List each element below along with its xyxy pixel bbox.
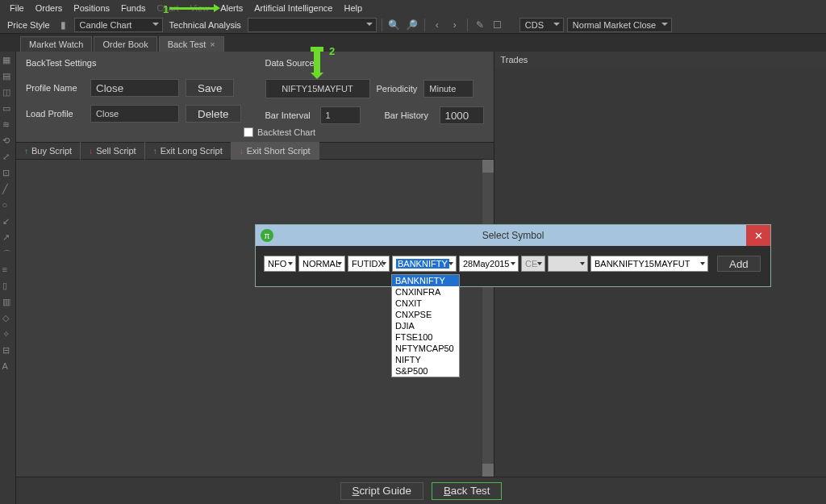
scroll-up-button[interactable] (482, 160, 494, 173)
profile-name-input[interactable] (90, 79, 179, 97)
periodicity-label: Periodicity (377, 84, 418, 94)
settings-col1: BackTest Settings Profile Name Save Load… (26, 58, 241, 124)
tab-back-test[interactable]: Back Test× (159, 36, 224, 52)
add-button[interactable]: Add (717, 256, 761, 272)
ta-label: Technical Analysis (166, 20, 244, 30)
tool-icon[interactable]: ▯ (2, 281, 14, 292)
dropdown-option[interactable]: DJIA (392, 320, 459, 331)
tool-icon[interactable]: ▤ (2, 71, 14, 82)
candle-icon[interactable]: ▮ (56, 18, 71, 32)
tool-icon[interactable]: ▦ (2, 55, 14, 66)
menu-ai[interactable]: Artificial Intelligence (248, 3, 338, 13)
script-tabs: ↑Buy Script ↓Sell Script ↑Exit Long Scri… (16, 142, 494, 160)
backtest-chart-label: Backtest Chart (257, 127, 315, 137)
annotation-2: 2 (329, 45, 335, 57)
datasource-heading: Data Source (265, 58, 484, 68)
scroll-down-button[interactable] (482, 464, 494, 477)
annotation-arrow-2 (314, 50, 320, 73)
sell-script-tab[interactable]: ↓Sell Script (81, 142, 145, 160)
tool-icon[interactable]: ⌒ (2, 248, 14, 260)
menu-positions[interactable]: Positions (68, 3, 115, 13)
dialog-close-button[interactable]: ✕ (746, 225, 770, 246)
select-symbol-dialog: π Select Symbol ✕ NFO NORMAL FUTIDX BANK… (255, 224, 771, 287)
segment-select[interactable]: NORMAL (298, 256, 345, 272)
tool-icon[interactable]: ↙ (2, 216, 14, 227)
dropdown-option[interactable]: NFTYMCAP50 (392, 343, 459, 354)
crosshair-icon[interactable]: ☐ (490, 18, 505, 32)
tool-icon[interactable]: ⊡ (2, 168, 14, 179)
dialog-titlebar[interactable]: π Select Symbol ✕ (256, 225, 770, 246)
tool-icon[interactable]: ○ (2, 200, 14, 211)
tool-icon[interactable]: ≋ (2, 119, 14, 131)
script-guide-button[interactable]: Script Guide (340, 482, 423, 500)
edit-icon[interactable]: ✎ (473, 18, 487, 32)
scrollbar-track[interactable] (482, 160, 494, 477)
symbol-dropdown-list[interactable]: BANKNIFTY CNXINFRA CNXIT CNXPSE DJIA FTS… (391, 274, 460, 377)
dropdown-option[interactable]: FTSE100 (392, 331, 459, 343)
menu-funds[interactable]: Funds (115, 3, 152, 13)
ta-select[interactable] (248, 18, 377, 32)
tool-icon[interactable]: ⊟ (2, 345, 14, 356)
separator (424, 19, 425, 31)
nav-left-icon[interactable]: ‹ (430, 18, 444, 32)
dropdown-option[interactable]: CNXPSE (392, 309, 459, 320)
delete-button[interactable]: Delete (186, 105, 241, 123)
periodicity-select[interactable]: Minute (423, 80, 473, 98)
instrument-select[interactable]: FUTIDX (348, 256, 390, 272)
load-profile-select[interactable]: Close (90, 105, 179, 123)
option-type-select[interactable]: CE (521, 256, 545, 272)
dropdown-option[interactable]: CNXINFRA (392, 286, 459, 298)
price-style-label: Price Style (4, 20, 53, 30)
dialog-body: NFO NORMAL FUTIDX BANKNIFTY 28May2015 CE… (256, 246, 770, 286)
strike-select[interactable] (548, 256, 588, 272)
exit-long-tab[interactable]: ↑Exit Long Script (145, 142, 232, 160)
dropdown-option[interactable]: S&P500 (392, 365, 459, 377)
dropdown-option[interactable]: NIFTY (392, 354, 459, 365)
backtest-settings: BackTest Settings Profile Name Save Load… (16, 52, 494, 129)
dropdown-option[interactable]: BANKNIFTY (392, 275, 459, 286)
menu-help[interactable]: Help (338, 3, 368, 13)
bar-history-input[interactable] (440, 106, 484, 124)
tool-icon[interactable]: ⟲ (2, 135, 14, 147)
buy-script-tab[interactable]: ↑Buy Script (16, 142, 81, 160)
tool-icon[interactable]: ◇ (2, 313, 14, 324)
tool-icon[interactable]: ⤢ (2, 152, 14, 163)
tab-market-watch[interactable]: Market Watch (20, 36, 92, 52)
tool-icon[interactable]: A (2, 361, 14, 373)
market-status-select[interactable]: Normal Market Close (567, 18, 672, 32)
left-toolbar: ▦ ▤ ◫ ▭ ≋ ⟲ ⤢ ⊡ ╱ ○ ↙ ↗ ⌒ ≡ ▯ ▥ ◇ ✧ ⊟ A (0, 52, 16, 504)
tool-icon[interactable]: ✧ (2, 329, 14, 340)
separator (382, 19, 382, 31)
trades-heading: Trades (494, 52, 826, 68)
full-symbol-select[interactable]: BANKNIFTY15MAYFUT (590, 256, 708, 272)
menu-orders[interactable]: Orders (30, 3, 69, 13)
menu-file[interactable]: File (4, 3, 30, 13)
close-icon[interactable]: × (210, 40, 215, 49)
annotation-1: 1 (163, 3, 169, 15)
tab-order-book[interactable]: Order Book (94, 36, 156, 52)
dialog-title: Select Symbol (482, 230, 544, 241)
profile-name-label: Profile Name (26, 83, 84, 93)
exchange-select[interactable]: NFO (264, 256, 296, 272)
price-style-select[interactable]: Candle Chart (74, 18, 163, 32)
dropdown-option[interactable]: CNXIT (392, 298, 459, 309)
save-button[interactable]: Save (186, 79, 234, 97)
settings-heading: BackTest Settings (26, 58, 241, 68)
zoom-in-icon[interactable]: 🔍 (387, 18, 402, 32)
tool-icon[interactable]: ↗ (2, 232, 14, 244)
datasource-box[interactable]: NIFTY15MAYFUT (265, 79, 370, 98)
tool-icon[interactable]: ◫ (2, 87, 14, 98)
backtest-chart-checkbox[interactable] (244, 127, 253, 137)
tool-icon[interactable]: ≡ (2, 264, 14, 276)
symbol-select[interactable]: BANKNIFTY (392, 256, 457, 272)
exit-short-tab[interactable]: ↓Exit Short Script (232, 142, 319, 160)
back-test-button[interactable]: Back Test (432, 482, 503, 500)
tool-icon[interactable]: ╱ (2, 184, 14, 195)
zoom-out-icon[interactable]: 🔎 (405, 18, 419, 32)
exchange-select[interactable]: CDS (519, 18, 564, 32)
tool-icon[interactable]: ▥ (2, 297, 14, 308)
expiry-select[interactable]: 28May2015 (459, 256, 519, 272)
tool-icon[interactable]: ▭ (2, 103, 14, 115)
nav-right-icon[interactable]: › (448, 18, 462, 32)
bar-interval-select[interactable]: 1 (320, 106, 361, 124)
